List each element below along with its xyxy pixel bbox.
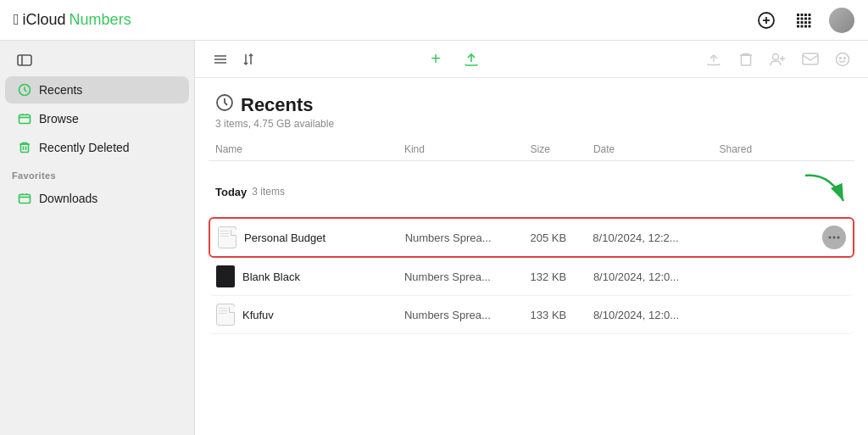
section-count: 3 items — [252, 186, 285, 198]
browse-icon — [17, 111, 32, 126]
new-file-button[interactable]: + — [424, 47, 448, 71]
sidebar-item-browse-label: Browse — [39, 112, 79, 125]
svg-rect-30 — [742, 55, 751, 65]
more-options-button[interactable] — [822, 226, 846, 249]
file-size: 133 KB — [531, 309, 593, 321]
svg-rect-18 — [809, 25, 811, 27]
svg-rect-22 — [19, 115, 31, 124]
icloud-label: iCloud — [23, 11, 66, 29]
recents-title-icon — [215, 93, 234, 116]
main-layout: Recents Browse — [0, 41, 868, 435]
file-name-cell: Kfufuv — [215, 303, 404, 326]
file-thumbnail — [217, 226, 237, 249]
file-actions — [812, 226, 846, 249]
file-kind: Numbers Sprea... — [404, 270, 531, 283]
spreadsheet-icon — [216, 304, 235, 326]
svg-rect-8 — [801, 17, 804, 20]
topbar:  iCloud Numbers — [0, 0, 868, 41]
sidebar-item-downloads-label: Downloads — [39, 192, 97, 205]
content-header: Recents 3 items, 4.75 GB available — [195, 78, 868, 138]
sidebar: Recents Browse — [0, 41, 195, 435]
content-area: + — [195, 41, 868, 435]
svg-rect-11 — [797, 21, 799, 24]
file-row[interactable]: Personal Budget Numbers Sprea... 205 KB … — [209, 217, 854, 258]
sidebar-item-recents-label: Recents — [39, 83, 82, 97]
svg-rect-34 — [803, 53, 818, 64]
svg-rect-3 — [797, 14, 799, 16]
svg-rect-16 — [801, 25, 804, 27]
file-name-cell: Blank Black — [215, 265, 404, 288]
svg-rect-10 — [809, 17, 811, 20]
file-thumbnail — [215, 303, 236, 326]
svg-rect-12 — [801, 21, 804, 24]
toolbar-right — [702, 47, 854, 71]
add-button[interactable] — [754, 8, 778, 32]
email-button[interactable] — [798, 47, 822, 71]
sidebar-item-downloads[interactable]: Downloads — [5, 185, 189, 212]
svg-rect-4 — [801, 14, 804, 16]
file-row[interactable]: Kfufuv Numbers Sprea... 133 KB 8/10/2024… — [209, 296, 854, 334]
file-thumbnail — [215, 265, 236, 288]
sidebar-item-recents[interactable]: Recents — [5, 76, 189, 103]
svg-point-41 — [833, 237, 836, 239]
page-title-text: Recents — [241, 94, 314, 116]
sidebar-item-recently-deleted[interactable]: Recently Deleted — [5, 134, 189, 161]
svg-rect-13 — [804, 21, 807, 24]
file-name: Kfufuv — [242, 309, 274, 321]
svg-rect-17 — [804, 25, 807, 27]
section-today: Today 3 items — [209, 161, 854, 217]
file-date: 8/10/2024, 12:0... — [593, 309, 720, 321]
share-upload-button[interactable] — [702, 47, 726, 71]
upload-button[interactable] — [459, 47, 483, 71]
app-logo:  iCloud Numbers — [14, 11, 131, 29]
collaborate-button[interactable] — [766, 47, 790, 71]
file-row[interactable]: Blank Black Numbers Sprea... 132 KB 8/10… — [209, 258, 854, 296]
page-subtitle: 3 items, 4.75 GB available — [215, 118, 848, 130]
page-title: Recents — [215, 93, 848, 116]
numbers-label: Numbers — [70, 11, 131, 29]
file-name-cell: Personal Budget — [217, 226, 405, 249]
favorites-section-label: Favorites — [0, 162, 194, 184]
file-size: 205 KB — [530, 231, 593, 244]
grid-view-button[interactable] — [792, 8, 815, 32]
col-kind: Kind — [404, 143, 531, 155]
sidebar-toggle[interactable] — [5, 48, 189, 72]
svg-rect-5 — [804, 14, 807, 16]
svg-rect-14 — [809, 21, 811, 24]
trash-icon — [17, 140, 32, 155]
svg-rect-6 — [809, 14, 811, 16]
file-name: Personal Budget — [244, 231, 326, 244]
sort-button[interactable] — [237, 47, 261, 71]
spreadsheet-icon — [218, 226, 236, 248]
svg-point-40 — [829, 237, 832, 239]
topbar-right — [754, 8, 854, 33]
black-file-icon — [216, 265, 235, 287]
col-name: Name — [215, 143, 404, 155]
react-button[interactable] — [831, 47, 854, 71]
svg-point-31 — [773, 53, 779, 59]
file-kind: Numbers Sprea... — [404, 309, 531, 321]
svg-rect-26 — [19, 195, 31, 204]
col-shared: Shared — [720, 143, 814, 155]
col-actions — [814, 143, 848, 155]
svg-point-37 — [844, 57, 846, 59]
file-date: 8/10/2024, 12:2... — [593, 231, 718, 244]
file-kind: Numbers Sprea... — [405, 231, 531, 244]
svg-rect-7 — [797, 17, 799, 20]
delete-button[interactable] — [734, 47, 758, 71]
apple-icon:  — [14, 11, 19, 29]
file-table: Name Kind Size Date Shared Today 3 items — [195, 138, 868, 435]
toolbar-left — [209, 47, 261, 71]
svg-point-42 — [837, 237, 840, 239]
svg-point-35 — [837, 53, 849, 65]
avatar[interactable] — [829, 8, 854, 33]
table-header: Name Kind Size Date Shared — [209, 138, 854, 161]
sidebar-item-browse[interactable]: Browse — [5, 105, 189, 132]
section-label: Today — [215, 186, 247, 198]
col-date: Date — [593, 143, 720, 155]
col-size: Size — [531, 143, 593, 155]
file-size: 132 KB — [531, 270, 593, 283]
svg-rect-19 — [18, 55, 31, 65]
downloads-icon — [17, 191, 32, 206]
list-view-button[interactable] — [209, 47, 232, 71]
